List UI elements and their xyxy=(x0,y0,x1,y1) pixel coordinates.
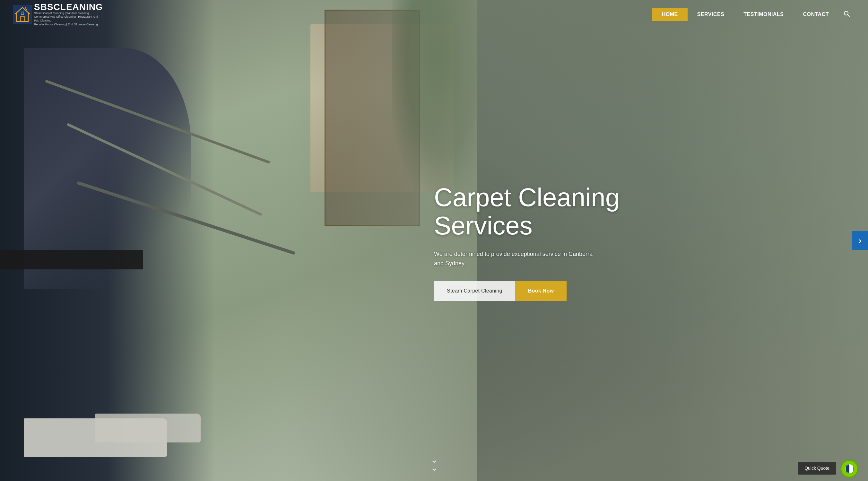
book-now-button[interactable]: Book Now xyxy=(515,281,567,301)
steam-carpet-cleaning-button[interactable]: Steam Carpet Cleaning xyxy=(434,281,515,301)
chevron-right-icon: › xyxy=(859,236,862,246)
svg-line-7 xyxy=(848,14,850,17)
nav-links: HOME SERVICES TESTIMONIALS CONTACT xyxy=(652,7,855,23)
scroll-indicator[interactable]: ⌄ ⌄ xyxy=(431,455,438,471)
logo-text: SBSCLEANING Steam Carpet Cleaning | Wind… xyxy=(34,3,103,27)
logo-tagline-1: Steam Carpet Cleaning | Window Cleaning … xyxy=(34,11,98,23)
search-icon[interactable] xyxy=(838,7,855,23)
logo-name: SBSCLEANING xyxy=(34,3,103,11)
quick-quote-button[interactable]: Quick Quote xyxy=(798,462,836,475)
hero-buttons: Steam Carpet Cleaning Book Now xyxy=(434,281,842,301)
nav-item-home[interactable]: HOME xyxy=(652,8,688,21)
navbar: SBSCLEANING Steam Carpet Cleaning | Wind… xyxy=(0,0,868,29)
logo-tagline-2: Regular House Cleaning | End Of Lease Cl… xyxy=(34,23,98,27)
hero-section: SBSCLEANING Steam Carpet Cleaning | Wind… xyxy=(0,0,868,481)
hero-title: Carpet Cleaning Services xyxy=(434,183,842,240)
logo-icon xyxy=(13,5,32,24)
hero-content: Carpet Cleaning Services We are determin… xyxy=(0,29,868,481)
theme-toggle-button[interactable] xyxy=(840,460,858,478)
nav-item-services[interactable]: SERVICES xyxy=(688,8,734,21)
next-slide-button[interactable]: › xyxy=(852,231,868,250)
hero-subtitle: We are determined to provide exceptional… xyxy=(434,249,601,268)
theme-toggle-icon xyxy=(845,464,854,473)
nav-item-testimonials[interactable]: TESTIMONIALS xyxy=(734,8,793,21)
logo[interactable]: SBSCLEANING Steam Carpet Cleaning | Wind… xyxy=(13,3,103,27)
chevron-down-icon-2: ⌄ xyxy=(431,464,438,471)
nav-item-contact[interactable]: CONTACT xyxy=(793,8,838,21)
